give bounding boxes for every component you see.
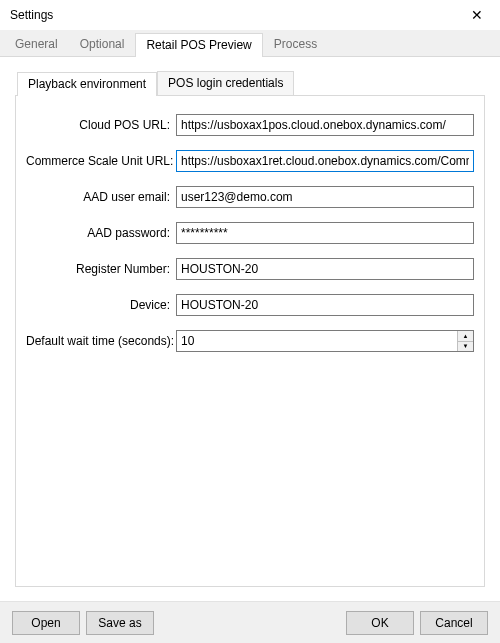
tab-general[interactable]: General <box>4 32 69 56</box>
tab-optional[interactable]: Optional <box>69 32 136 56</box>
tab-pos-login-credentials[interactable]: POS login credentials <box>157 71 294 95</box>
tab-retail-pos-preview[interactable]: Retail POS Preview <box>135 33 262 57</box>
close-icon[interactable]: ✕ <box>462 0 492 30</box>
spinner-down-icon[interactable]: ▼ <box>458 342 473 352</box>
inner-tabs-wrap: Playback environment POS login credentia… <box>15 71 485 587</box>
row-device: Device: <box>26 294 474 316</box>
row-aad-password: AAD password: <box>26 222 474 244</box>
input-register-number[interactable] <box>176 258 474 280</box>
row-scale-unit-url: Commerce Scale Unit URL: <box>26 150 474 172</box>
spinner-wait-time[interactable]: ▲ ▼ <box>176 330 474 352</box>
window-title: Settings <box>10 8 53 22</box>
label-register-number: Register Number: <box>26 262 176 276</box>
label-aad-email: AAD user email: <box>26 190 176 204</box>
tab-playback-environment[interactable]: Playback environment <box>17 72 157 96</box>
inner-tabs: Playback environment POS login credentia… <box>15 71 485 95</box>
main-tabs: General Optional Retail POS Preview Proc… <box>0 30 500 57</box>
titlebar: Settings ✕ <box>0 0 500 30</box>
bottom-bar: Open Save as OK Cancel <box>0 601 500 643</box>
row-cloud-pos-url: Cloud POS URL: <box>26 114 474 136</box>
row-aad-email: AAD user email: <box>26 186 474 208</box>
input-device[interactable] <box>176 294 474 316</box>
ok-button[interactable]: OK <box>346 611 414 635</box>
label-scale-unit-url: Commerce Scale Unit URL: <box>26 154 176 168</box>
save-as-button[interactable]: Save as <box>86 611 154 635</box>
playback-panel: Cloud POS URL: Commerce Scale Unit URL: … <box>15 95 485 587</box>
spinner-up-icon[interactable]: ▲ <box>458 331 473 342</box>
cancel-button[interactable]: Cancel <box>420 611 488 635</box>
label-device: Device: <box>26 298 176 312</box>
label-aad-password: AAD password: <box>26 226 176 240</box>
label-wait-time: Default wait time (seconds): <box>26 334 176 348</box>
input-wait-time[interactable] <box>177 331 457 351</box>
open-button[interactable]: Open <box>12 611 80 635</box>
label-cloud-pos-url: Cloud POS URL: <box>26 118 176 132</box>
row-wait-time: Default wait time (seconds): ▲ ▼ <box>26 330 474 352</box>
tab-process[interactable]: Process <box>263 32 328 56</box>
input-scale-unit-url[interactable] <box>176 150 474 172</box>
content-area: Playback environment POS login credentia… <box>0 57 500 595</box>
input-aad-email[interactable] <box>176 186 474 208</box>
row-register-number: Register Number: <box>26 258 474 280</box>
input-cloud-pos-url[interactable] <box>176 114 474 136</box>
spinner-buttons: ▲ ▼ <box>457 331 473 351</box>
input-aad-password[interactable] <box>176 222 474 244</box>
